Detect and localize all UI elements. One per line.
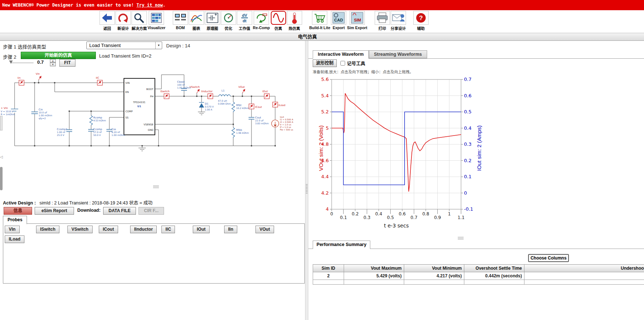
svg-text:0.094 Ohm: 0.094 Ohm [218,102,231,105]
probe-button-icout[interactable]: ICout [99,226,118,233]
toolbar-button-optimize[interactable]: 优化 [221,11,236,31]
toolbar-button-charts[interactable]: 图表 [189,11,204,31]
probe-button-iswitch[interactable]: ISwitch [36,226,59,233]
collapse-panel-icon[interactable]: ◁ [0,155,3,159]
probe-button-iin[interactable]: IIn [224,226,237,233]
toolbar-button-solutions[interactable]: 解决方案 [132,11,147,31]
esim-report-button[interactable]: eSim Report [35,207,74,215]
tab-interactive-waveform[interactable]: Interactive Waveform [313,50,369,59]
probe-button-iout[interactable]: IOut [193,226,210,233]
toolbar-button-thermal-sim[interactable]: 热仿真 [287,11,302,31]
probe-button-iic[interactable]: IIC [161,226,175,233]
design-number-label: Design : 14 [166,43,190,48]
svg-text:VSENSE: VSENSE [144,123,153,126]
toolbar-button-help[interactable]: ? 辅助 [413,11,429,31]
component-rfbt[interactable]: Rfbt 10.2 kOhm [236,104,249,109]
probe-vout[interactable]: VOut [238,86,245,93]
probes-tab[interactable]: Probes [3,216,27,224]
toolbar-button-cad-export[interactable]: CAD Export [331,11,346,30]
marker-tool-checkbox[interactable] [340,61,345,66]
probe-button-vout[interactable]: VOut [255,226,274,233]
svg-text:Vin: Vin [36,73,40,75]
choose-columns-button[interactable]: Choose Columns [528,254,569,262]
schematic-resize-grip[interactable] [153,186,159,188]
toolbar-button-operating-values[interactable]: dVdt 工作值 [237,11,252,31]
probe-button-vswitch[interactable]: VSwitch [67,226,93,233]
svg-text:5: 5 [326,125,329,131]
probe-iin[interactable]: Iin [17,77,24,85]
zoom-slider-track[interactable] [11,63,34,63]
data-file-button[interactable]: DATA FILE [103,207,136,215]
stepper-down-button[interactable]: ▼ [50,63,56,66]
toolbar-button-simulation[interactable]: 仿真 [271,11,286,31]
toolbar-button-build-it-lite[interactable]: Build-It Lite [309,11,331,30]
probe-iout[interactable]: IOut [262,90,269,99]
visualizer-grid-icon [149,11,164,25]
component-cboot[interactable]: Cboot 100 nF 1.00 mOhm [177,81,191,89]
probe-button-vin[interactable]: VIn [5,226,20,233]
component-ccomp2[interactable]: Ccomp2 1.00 nF 25.0 V [57,128,67,136]
banner-link[interactable]: Try it now [136,3,163,8]
component-rfbb[interactable]: Rfbb 1.96 kOhm [236,129,249,134]
component-cin[interactable]: Cin 10.0 uF 1.00 mOhm qty=2 [39,108,52,120]
component-css[interactable]: Css 8.20 nF 1.00 mOhm [112,128,125,136]
left-panel-grip[interactable] [0,116,3,130]
chart-resize-grip[interactable] [458,237,464,239]
waveform-status-text: 准备就绪,放大：点击及向下拖拽；缩小：点击及向上拖拽。 [313,69,413,74]
probe-iload[interactable]: ILoad [273,102,285,107]
toolbar-button-print[interactable]: 打印 [375,11,390,31]
toolbar-button-new-design[interactable]: 新设计 [116,11,131,31]
component-vin-source[interactable]: + VIn V = 10.8 V R = 1mOhm [1,107,15,116]
start-simulation-button[interactable]: 开始新的仿真 [21,52,96,59]
toolbar-button-return[interactable]: 返回 [99,11,115,31]
probe-button-iinductor[interactable]: IInductor [130,226,157,233]
svg-text:0.3: 0.3 [363,215,370,220]
ic-u1[interactable]: VIN EN COMP SS BOOT PH VSENSE GND TPS543… [124,78,155,135]
toolbar-button-schematic[interactable]: 原理图 [205,11,220,31]
toolbar-button-recomp[interactable]: Re-Comp [253,11,270,30]
svg-text:1.00 A: 1.00 A [205,108,212,111]
zoom-slider-thumb[interactable] [9,61,13,64]
svg-text:100 nF: 100 nF [177,83,185,86]
waveform-chart[interactable]: 44.24.44.64.855.25.45.6-0.100.10.20.30.4… [313,75,503,235]
probes-panel: VIn ISwitch VSwitch ICout IInductor IIC … [3,223,305,284]
probe-button-iload[interactable]: ILoad [5,235,24,243]
waveform-control-button[interactable]: 波形控制 [313,59,337,67]
schematic-canvas[interactable]: VIN EN COMP SS BOOT PH VSENSE GND TPS543… [0,71,306,157]
svg-text:+ VIn: + VIn [1,107,8,110]
sim-type-dropdown[interactable]: Load Transient ▼ [86,42,162,49]
svg-text:GND: GND [148,129,153,132]
probe-iinductor[interactable]: IInductor [201,90,213,99]
tab-performance-summary[interactable]: Performance Summary [313,241,370,249]
toolbar-button-share-design[interactable]: 分享设计 [391,11,406,31]
fit-button[interactable]: FIT [59,59,75,67]
toolbar-button-visualizer[interactable]: Visualizer [148,11,165,30]
schematic-icon [205,11,220,25]
stepper-up-button[interactable]: ▲ [50,59,56,63]
component-d1[interactable]: D1 0.570 V 1.00 A [205,102,214,111]
component-ccomp[interactable]: Ccomp 27.0 nF 50.0 V [93,128,102,136]
component-rcomp[interactable]: Rcomp 4.53 kOhm [93,116,106,122]
svg-text:1: 1 [448,211,451,216]
recomp-icon [254,11,269,25]
info-button[interactable]: 信息 [4,207,32,215]
probe-vswitch[interactable]: VSwitch [190,86,200,93]
probe-icout[interactable]: ICout [249,104,262,109]
panel-splitter[interactable] [305,41,308,320]
waveform-plot[interactable]: 44.24.44.64.855.25.45.6-0.100.10.20.30.4… [313,75,503,232]
schematic-scrollbar-thumb[interactable] [0,167,3,190]
probe-iic[interactable]: IIC [96,77,102,85]
component-cout[interactable]: Cout 22.0 uF 3.83 mOhm [255,116,269,125]
component-l1[interactable]: L1 47.0 uH 0.094 Ohm [218,89,231,105]
component-iout-source[interactable]: Iout I1 = 0.500 A I2 = 0.500 A tr = 1.0 … [280,116,293,131]
cir-file-button-disabled[interactable]: CIR F... [138,207,164,215]
probe-iswitch[interactable]: ISwitch [160,90,169,99]
probe-vin[interactable]: Vin [36,73,41,80]
bom-icon [173,11,188,25]
svg-text:I2 = 0.500 A: I2 = 0.500 A [280,121,293,123]
tab-streaming-waveforms[interactable]: Streaming Waveforms [369,50,427,58]
splitter-grip-icon [306,184,308,194]
toolbar-button-sim-export[interactable]: SIM Sim Export [347,11,367,30]
section-title: 电气仿真 [298,34,317,39]
toolbar-button-bom[interactable]: BOM [173,11,188,30]
